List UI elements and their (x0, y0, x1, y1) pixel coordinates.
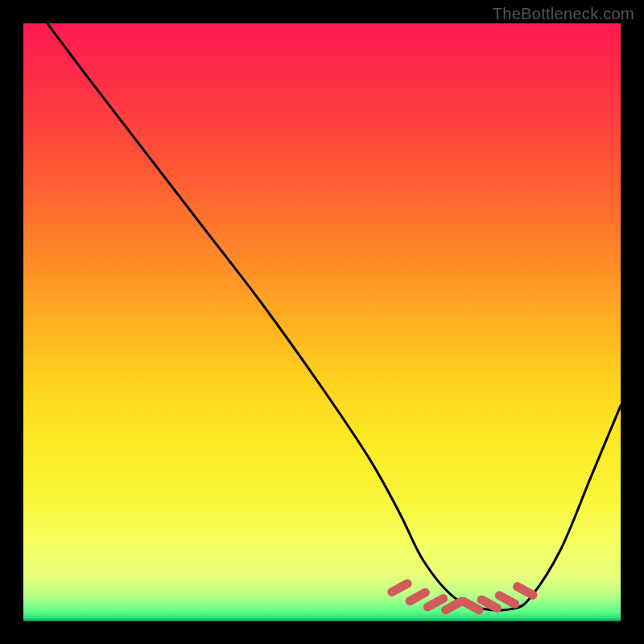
svg-line-5 (446, 601, 461, 610)
svg-line-6 (464, 601, 479, 610)
optimal-marker-dots (392, 584, 533, 610)
chart-plot-area (23, 23, 621, 621)
svg-line-9 (518, 587, 533, 596)
svg-line-2 (392, 584, 407, 592)
watermark-text: TheBottleneck.com (493, 5, 634, 23)
chart-svg (23, 23, 621, 621)
svg-line-8 (499, 596, 514, 605)
svg-line-7 (481, 600, 497, 609)
svg-line-3 (410, 592, 425, 601)
bottleneck-curve (47, 23, 621, 610)
svg-line-4 (427, 598, 443, 607)
